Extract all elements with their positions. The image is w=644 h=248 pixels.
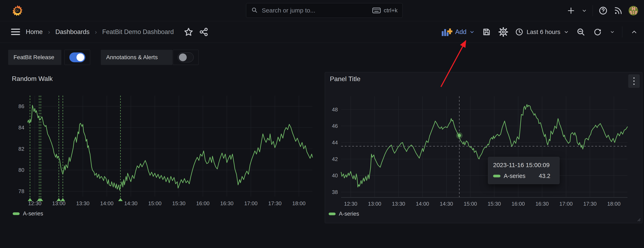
- add-panel-icon: [441, 28, 452, 37]
- breadcrumb-separator-icon: ›: [95, 29, 97, 36]
- svg-text:18:00: 18:00: [607, 201, 620, 207]
- svg-text:14:00: 14:00: [100, 200, 114, 206]
- svg-text:48: 48: [332, 107, 338, 113]
- annotations-alerts-toggle[interactable]: [173, 50, 198, 65]
- svg-text:12:30: 12:30: [28, 200, 42, 206]
- search-shortcut: ctrl+k: [372, 7, 398, 14]
- series-color-swatch: [329, 212, 336, 215]
- svg-text:42: 42: [332, 156, 338, 162]
- news-rss-icon[interactable]: [613, 6, 623, 16]
- svg-text:38: 38: [332, 189, 338, 195]
- new-plus-icon[interactable]: [566, 6, 576, 16]
- svg-text:15:30: 15:30: [172, 200, 186, 206]
- svg-text:80: 80: [18, 167, 24, 173]
- dashboard-toolbar: Home › Dashboards › FeatBit Demo Dashboa…: [0, 21, 644, 43]
- svg-text:14:30: 14:30: [124, 200, 138, 206]
- svg-text:17:00: 17:00: [244, 200, 258, 206]
- help-icon[interactable]: [598, 6, 608, 16]
- svg-text:15:00: 15:00: [148, 200, 162, 206]
- search-icon: [251, 7, 258, 14]
- svg-text:16:30: 16:30: [536, 201, 549, 207]
- clock-icon: [515, 28, 523, 36]
- panel-resize-handle[interactable]: [636, 217, 641, 222]
- svg-text:17:30: 17:30: [583, 201, 596, 207]
- series-color-swatch: [13, 212, 20, 215]
- svg-text:13:00: 13:00: [52, 200, 66, 206]
- top-nav-bar: ctrl+k: [0, 0, 644, 21]
- legend-item-a-series[interactable]: A-series: [329, 211, 359, 217]
- refresh-icon[interactable]: [593, 27, 602, 37]
- svg-text:16:30: 16:30: [220, 200, 234, 206]
- svg-text:44: 44: [332, 139, 338, 146]
- annotations-alerts-label: Annotations & Alerts: [101, 50, 172, 65]
- tooltip-timestamp: 2023-11-16 15:00:09: [493, 162, 554, 168]
- favorite-star-icon[interactable]: [184, 27, 194, 37]
- new-chevron-down-icon[interactable]: [581, 6, 587, 16]
- svg-text:15:00: 15:00: [464, 201, 477, 207]
- panel-title-chart[interactable]: 12:3013:0013:3014:0014:3015:0015:3016:00…: [325, 72, 642, 223]
- random-walk-chart[interactable]: 12:3013:0013:3014:0014:3015:0015:3016:00…: [0, 88, 323, 227]
- tooltip-series-name: A-series: [504, 173, 526, 179]
- breadcrumb: Home › Dashboards › FeatBit Demo Dashboa…: [11, 21, 208, 43]
- collapse-toolbar-chevron-up-icon[interactable]: [629, 27, 639, 37]
- featbit-release-label: FeatBit Release: [8, 50, 61, 65]
- toolbar-divider: [622, 27, 622, 38]
- featbit-release-toggle[interactable]: [64, 50, 90, 65]
- legend-label: A-series: [23, 210, 43, 217]
- svg-text:16:00: 16:00: [196, 200, 210, 206]
- dashboard-controls: FeatBit Release Annotations & Alerts: [8, 50, 198, 65]
- mega-menu-icon[interactable]: [11, 27, 20, 37]
- svg-text:17:30: 17:30: [268, 200, 282, 206]
- panel-title-random-walk[interactable]: Random Walk: [12, 75, 53, 83]
- svg-text:13:30: 13:30: [392, 201, 405, 207]
- user-avatar[interactable]: [628, 6, 638, 16]
- breadcrumb-separator-icon: ›: [48, 29, 50, 36]
- svg-text:15:30: 15:30: [488, 201, 501, 207]
- svg-text:82: 82: [18, 146, 24, 152]
- chart-tooltip: 2023-11-16 15:00:09 A-series 43.2: [488, 157, 560, 184]
- svg-text:16:00: 16:00: [512, 201, 525, 207]
- svg-text:13:30: 13:30: [76, 200, 89, 206]
- svg-text:13:00: 13:00: [368, 201, 381, 207]
- time-range-picker[interactable]: Last 6 hours: [515, 28, 569, 36]
- refresh-interval-chevron-icon[interactable]: [610, 27, 615, 37]
- svg-text:46: 46: [332, 123, 338, 129]
- svg-text:14:30: 14:30: [440, 201, 453, 207]
- svg-text:12:30: 12:30: [344, 201, 357, 207]
- svg-text:40: 40: [332, 172, 338, 179]
- svg-text:84: 84: [18, 125, 24, 131]
- svg-text:17:00: 17:00: [559, 201, 573, 207]
- time-chevron-down-icon: [564, 29, 569, 35]
- panel-title-panel: Panel Title 12:3013:0013:3014:0014:3015:…: [325, 72, 642, 223]
- breadcrumb-dashboards[interactable]: Dashboards: [56, 28, 90, 36]
- zoom-out-icon[interactable]: [576, 27, 586, 37]
- grafana-app: ctrl+k: [0, 0, 644, 248]
- legend-item-a-series[interactable]: A-series: [13, 210, 43, 217]
- search-input[interactable]: [261, 7, 368, 14]
- dashboard-settings-gear-icon[interactable]: [498, 27, 508, 37]
- svg-text:78: 78: [18, 188, 24, 194]
- save-dashboard-icon[interactable]: [482, 27, 492, 37]
- top-right-actions: [566, 0, 638, 21]
- add-chevron-down-icon: [469, 29, 475, 35]
- global-search: ctrl+k: [246, 3, 403, 18]
- grafana-logo-icon[interactable]: [12, 5, 23, 17]
- legend-label: A-series: [339, 211, 359, 217]
- share-icon[interactable]: [199, 27, 208, 37]
- add-panel-button[interactable]: Add: [441, 28, 475, 37]
- toolbar-actions: Add Last 6 hours: [441, 21, 639, 43]
- svg-text:86: 86: [18, 103, 24, 109]
- svg-text:18:00: 18:00: [292, 200, 306, 206]
- breadcrumb-current: FeatBit Demo Dashboard: [102, 28, 174, 36]
- tooltip-series-swatch: [493, 175, 500, 177]
- svg-text:14:00: 14:00: [416, 201, 429, 207]
- breadcrumb-home[interactable]: Home: [26, 28, 43, 36]
- tooltip-series-value: 43.2: [539, 173, 550, 179]
